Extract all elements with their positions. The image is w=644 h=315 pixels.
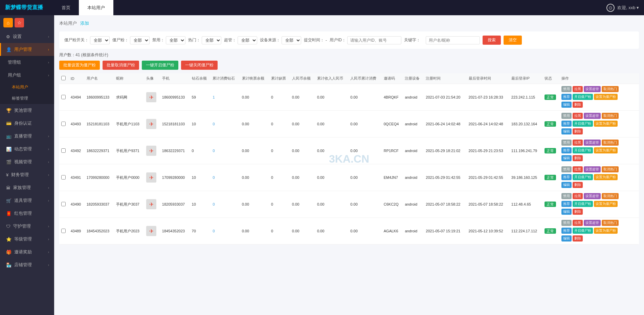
set-super-button[interactable]: 设置超管 <box>584 193 601 199</box>
row-select-checkbox[interactable] <box>61 95 66 99</box>
recommend-button[interactable]: 推荐 <box>561 228 572 234</box>
row-select-checkbox[interactable] <box>61 122 66 126</box>
row-checkbox[interactable] <box>59 138 69 164</box>
edit-button[interactable]: 编辑 <box>561 102 572 108</box>
pull-button[interactable]: 拉黑 <box>573 140 583 146</box>
disable-button[interactable]: 禁用 <box>561 86 572 92</box>
recommend-button[interactable]: 推荐 <box>561 94 572 100</box>
sidebar-item-live[interactable]: 📺 直播管理 › <box>0 130 54 143</box>
fans-switch-select[interactable]: 全部 <box>90 36 110 44</box>
pull-button[interactable]: 拉黑 <box>573 220 583 226</box>
sidebar-item-finance[interactable]: ¥ 财务管理 › <box>0 168 54 181</box>
fans-count-select[interactable]: 全部 <box>130 36 150 44</box>
sidebar-item-shop[interactable]: 🏪 店铺管理 › <box>0 258 54 271</box>
edit-button[interactable]: 编辑 <box>561 128 572 134</box>
open-fans-button[interactable]: 开启僵尸粉 <box>573 201 593 207</box>
delete-button[interactable]: 删除 <box>573 235 583 241</box>
sidebar-item-site-users[interactable]: 本站用户 <box>0 82 54 93</box>
cancel-hot-button[interactable]: 取消热门 <box>602 140 619 146</box>
ban-select[interactable]: 全部 <box>166 36 185 44</box>
recommend-button[interactable]: 推荐 <box>561 174 572 180</box>
row-checkbox[interactable] <box>59 84 69 111</box>
open-fans-button[interactable]: 开启僵尸粉 <box>573 147 593 153</box>
disable-button[interactable]: 禁用 <box>561 193 572 199</box>
row-checkbox[interactable] <box>59 111 69 138</box>
delete-button[interactable]: 删除 <box>573 155 583 161</box>
sidebar-item-guard[interactable]: 🛡 守护管理 › <box>0 220 54 233</box>
delete-button[interactable]: 删除 <box>573 128 583 134</box>
set-super-button[interactable]: 设置超管 <box>584 140 601 146</box>
total-diamonds-link[interactable]: 0 <box>213 175 215 180</box>
disable-button[interactable]: 禁用 <box>561 166 572 172</box>
total-diamonds-link[interactable]: 1 <box>213 95 215 99</box>
home-shortcut-icon[interactable]: ⌂ <box>3 18 13 27</box>
search-button[interactable]: 搜索 <box>483 36 501 45</box>
edit-button[interactable]: 编辑 <box>561 209 572 215</box>
sidebar-item-level[interactable]: ⭐ 等级管理 › <box>0 233 54 246</box>
cancel-hot-button[interactable]: 取消热门 <box>602 113 619 119</box>
disable-button[interactable]: 禁用 <box>561 140 572 146</box>
set-fans-button[interactable]: 设置为僵尸粉 <box>594 94 618 100</box>
batch-set-fans-button[interactable]: 批量设置为僵尸粉 <box>59 61 100 70</box>
open-fans-button[interactable]: 开启僵尸粉 <box>573 174 593 180</box>
sidebar-item-admin-group[interactable]: 管理组 › <box>0 56 54 69</box>
recommend-button[interactable]: 推荐 <box>561 121 572 127</box>
row-checkbox[interactable] <box>59 191 69 218</box>
row-select-checkbox[interactable] <box>61 229 66 233</box>
sidebar-item-settings[interactable]: ⚙ 设置 › <box>0 30 54 43</box>
delete-button[interactable]: 删除 <box>573 102 583 108</box>
pull-button[interactable]: 拉黑 <box>573 113 583 119</box>
sidebar-item-prize[interactable]: 🏆 奖池管理 <box>0 104 54 117</box>
sidebar-item-family[interactable]: 🏛 家族管理 › <box>0 181 54 194</box>
pull-button[interactable]: 拉黑 <box>573 86 583 92</box>
bookmark-shortcut-icon[interactable]: ☆ <box>15 18 24 27</box>
total-diamonds-link[interactable]: 0 <box>213 229 215 233</box>
device-select[interactable]: 全部 <box>282 36 301 44</box>
cancel-hot-button[interactable]: 取消热门 <box>602 220 619 226</box>
disable-button[interactable]: 禁用 <box>561 220 572 226</box>
pull-button[interactable]: 拉黑 <box>573 193 583 199</box>
sidebar-item-props[interactable]: 🛒 道具管理 › <box>0 194 54 207</box>
set-super-button[interactable]: 设置超管 <box>584 113 601 119</box>
nav-tab-users[interactable]: 本站用户 <box>79 0 113 15</box>
open-fans-button[interactable]: 开启僵尸粉 <box>573 121 593 127</box>
cancel-hot-button[interactable]: 取消热门 <box>602 166 619 172</box>
sidebar-item-user-group[interactable]: 用户组 › <box>0 69 54 82</box>
open-fans-button[interactable]: 开启僵尸粉 <box>573 228 593 234</box>
delete-button[interactable]: 删除 <box>573 182 583 188</box>
sidebar-item-tag-management[interactable]: 标签管理 <box>0 93 54 104</box>
nav-tab-home[interactable]: 首页 <box>53 0 79 15</box>
edit-button[interactable]: 编辑 <box>561 155 572 161</box>
one-click-open-fans-button[interactable]: 一键开启僵尸粉 <box>142 61 178 70</box>
row-select-checkbox[interactable] <box>61 202 66 206</box>
pull-button[interactable]: 拉黑 <box>573 166 583 172</box>
batch-cancel-fans-button[interactable]: 批量取消僵尸粉 <box>103 61 139 70</box>
set-fans-button[interactable]: 设置为僵尸粉 <box>594 121 618 127</box>
open-fans-button[interactable]: 开启僵尸粉 <box>573 94 593 100</box>
set-super-button[interactable]: 设置超管 <box>584 166 601 172</box>
disable-button[interactable]: 禁用 <box>561 113 572 119</box>
cancel-hot-button[interactable]: 取消热门 <box>602 86 619 92</box>
row-select-checkbox[interactable] <box>61 175 66 180</box>
one-click-close-fans-button[interactable]: 一键关闭僵尸粉 <box>181 61 218 70</box>
super-admin-select[interactable]: 全部 <box>238 36 257 44</box>
edit-button[interactable]: 编辑 <box>561 182 572 188</box>
total-diamonds-link[interactable]: 0 <box>213 149 215 153</box>
username-input[interactable] <box>426 36 480 44</box>
row-checkbox[interactable] <box>59 164 69 191</box>
clear-button[interactable]: 清空 <box>504 36 522 45</box>
set-fans-button[interactable]: 设置为僵尸粉 <box>594 201 618 207</box>
sidebar-item-dynamic[interactable]: 📊 动态管理 › <box>0 143 54 155</box>
sidebar-item-identity[interactable]: 💳 身份认证 <box>0 117 54 130</box>
set-fans-button[interactable]: 设置为僵尸粉 <box>594 147 618 153</box>
set-super-button[interactable]: 设置超管 <box>584 220 601 226</box>
sidebar-item-invite[interactable]: 🎁 邀请奖励 › <box>0 246 54 258</box>
user-id-input[interactable] <box>347 36 401 44</box>
sidebar-item-redpack[interactable]: 🧧 红包管理 <box>0 207 54 220</box>
edit-button[interactable]: 编辑 <box>561 235 572 241</box>
sidebar-item-user-management[interactable]: 👤 用户管理 › <box>0 43 54 56</box>
set-fans-button[interactable]: 设置为僵尸粉 <box>594 228 618 234</box>
set-super-button[interactable]: 设置超管 <box>584 86 601 92</box>
total-diamonds-link[interactable]: 0 <box>213 202 215 206</box>
cancel-hot-button[interactable]: 取消热门 <box>602 193 619 199</box>
